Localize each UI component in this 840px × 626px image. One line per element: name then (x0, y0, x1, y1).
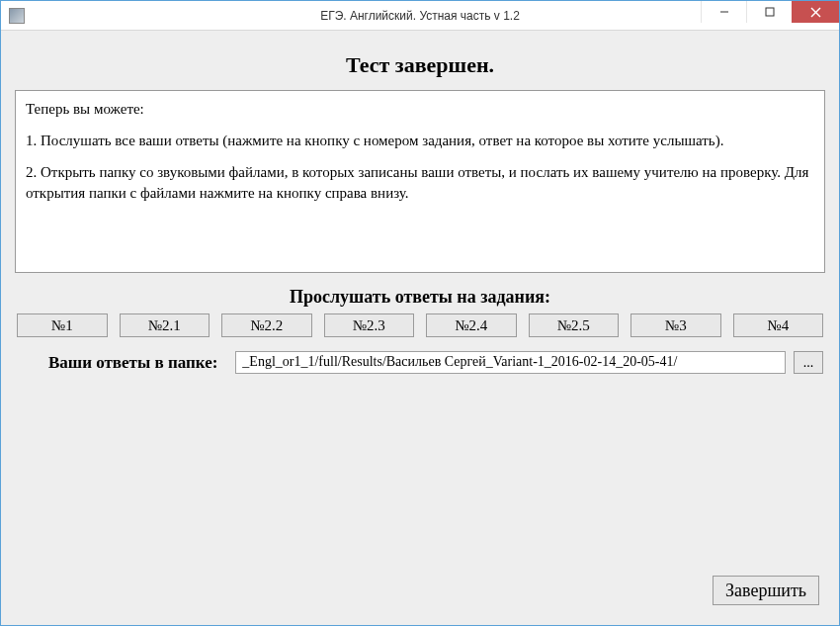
client-area: Тест завершен. Теперь вы можете: 1. Посл… (1, 31, 839, 625)
close-button[interactable] (792, 1, 839, 23)
answer-button-2-2[interactable]: №2.2 (221, 313, 312, 337)
answer-button-2-5[interactable]: №2.5 (529, 313, 620, 337)
info-text-line: Теперь вы можете: (26, 99, 814, 121)
folder-label: Ваши ответы в папке: (48, 353, 217, 373)
close-icon (810, 7, 821, 18)
minimize-button[interactable] (701, 1, 746, 23)
info-box: Теперь вы можете: 1. Послушать все ваши … (15, 90, 825, 273)
answer-button-4[interactable]: №4 (733, 313, 824, 337)
answer-button-2-3[interactable]: №2.3 (324, 313, 415, 337)
answer-button-3[interactable]: №3 (630, 313, 721, 337)
finish-button[interactable]: Завершить (713, 576, 819, 605)
app-icon (9, 8, 25, 24)
info-text-line: 2. Открыть папку со звуковыми файлами, в… (26, 162, 814, 206)
info-text-line: 1. Послушать все ваши ответы (нажмите на… (26, 131, 814, 152)
listen-heading: Прослушать ответы на задания: (15, 287, 825, 308)
folder-path-field[interactable]: _Engl_or1_1/full/Results/Васильев Сергей… (235, 351, 786, 374)
window-controls (701, 1, 839, 30)
answer-buttons-row: №1 №2.1 №2.2 №2.3 №2.4 №2.5 №3 №4 (15, 313, 825, 337)
folder-row: Ваши ответы в папке: _Engl_or1_1/full/Re… (15, 351, 825, 374)
maximize-icon (765, 7, 775, 17)
page-title: Тест завершен. (15, 52, 825, 78)
browse-button[interactable]: ... (794, 351, 823, 374)
maximize-button[interactable] (746, 1, 792, 23)
titlebar: ЕГЭ. Английский. Устная часть v 1.2 (1, 1, 839, 31)
app-window: ЕГЭ. Английский. Устная часть v 1.2 Тест… (0, 0, 840, 626)
answer-button-2-1[interactable]: №2.1 (120, 313, 210, 337)
window-title: ЕГЭ. Английский. Устная часть v 1.2 (320, 9, 520, 23)
minimize-icon (719, 7, 729, 17)
svg-rect-1 (766, 8, 774, 16)
answer-button-2-4[interactable]: №2.4 (426, 313, 517, 337)
answer-button-1[interactable]: №1 (17, 313, 108, 337)
